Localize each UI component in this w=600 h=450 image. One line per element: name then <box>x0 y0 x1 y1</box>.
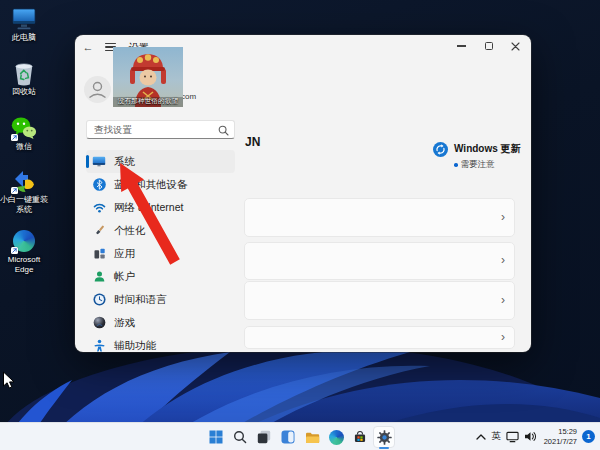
sidebar-item-label: 网络 & Internet <box>114 201 183 215</box>
bluetooth-icon <box>92 178 106 192</box>
minimize-button[interactable] <box>448 35 475 57</box>
windows-update-summary[interactable]: Windows 更新 需要注意 <box>433 142 521 171</box>
sidebar-item-bluetooth-devices[interactable]: 蓝牙和其他设备 <box>86 173 235 196</box>
tray-expand-button[interactable] <box>476 434 486 440</box>
account-email: com <box>181 92 196 101</box>
wechat-icon <box>11 115 37 141</box>
desktop-icon-edge[interactable]: Microsoft Edge <box>0 228 49 275</box>
sidebar-item-label: 蓝牙和其他设备 <box>114 178 188 192</box>
maximize-button[interactable] <box>475 35 502 57</box>
start-button[interactable] <box>205 426 227 448</box>
sidebar-item-label: 时间和语言 <box>114 293 167 307</box>
sidebar-item-label: 个性化 <box>114 224 146 238</box>
edge-icon <box>329 430 344 445</box>
notification-badge[interactable]: 1 <box>582 430 595 443</box>
settings-row[interactable]: › <box>244 198 515 237</box>
sidebar-item-personalization[interactable]: 个性化 <box>86 219 235 242</box>
taskbar-center <box>205 426 395 448</box>
chevron-right-icon: › <box>501 330 505 344</box>
shortcut-arrow-icon <box>11 247 18 254</box>
sidebar-item-time-language[interactable]: 时间和语言 <box>86 288 235 311</box>
apps-icon <box>92 247 106 261</box>
desktop-icon-label: 此电脑 <box>12 33 36 43</box>
gear-icon <box>377 430 392 445</box>
edge-icon <box>11 228 37 254</box>
ime-indicator[interactable]: 英 <box>491 430 501 443</box>
widgets-button[interactable] <box>277 426 299 448</box>
sidebar-item-label: 帐户 <box>114 270 135 284</box>
desktop-icon-label: 小白一键重装系统 <box>0 195 49 215</box>
accessibility-icon <box>92 339 106 353</box>
xiaobai-reinstall-icon <box>11 168 37 194</box>
sidebar-item-apps[interactable]: 应用 <box>86 242 235 265</box>
sidebar-item-label: 辅助功能 <box>114 339 156 353</box>
desktop-icon-xiaobai-reinstall[interactable]: 小白一键重装系统 <box>0 168 49 215</box>
meme-caption: 没有那种世俗的欲望 <box>113 97 183 106</box>
taskbar: 英 15:29 2021/7/27 1 <box>0 422 600 450</box>
xbox-icon <box>92 316 106 330</box>
widgets-icon <box>281 430 295 444</box>
sidebar-item-label: 游戏 <box>114 316 135 330</box>
settings-row[interactable]: › <box>244 281 515 320</box>
system-tray: 英 15:29 2021/7/27 1 <box>476 423 595 450</box>
desktop-icon-this-pc[interactable]: 此电脑 <box>0 6 49 43</box>
file-explorer-button[interactable] <box>301 426 323 448</box>
sidebar-item-label: 应用 <box>114 247 135 261</box>
status-dot <box>454 163 458 167</box>
clock[interactable]: 15:29 2021/7/27 <box>544 427 577 447</box>
back-button[interactable]: ← <box>79 38 97 56</box>
monitor-icon <box>506 431 519 443</box>
settings-button[interactable] <box>373 426 395 448</box>
desktop-icon-recycle-bin[interactable]: 回收站 <box>0 60 49 97</box>
close-button[interactable] <box>502 35 529 57</box>
shortcut-arrow-icon <box>11 134 18 141</box>
windows-update-icon <box>433 142 448 157</box>
chevron-up-icon <box>476 434 486 440</box>
sidebar-item-accounts[interactable]: 帐户 <box>86 265 235 288</box>
store-button[interactable] <box>349 426 371 448</box>
shortcut-arrow-icon <box>11 187 18 194</box>
chevron-right-icon: › <box>501 253 505 267</box>
wifi-icon <box>92 201 106 215</box>
account-person-icon <box>92 270 106 284</box>
search-input[interactable] <box>94 121 214 138</box>
avatar[interactable] <box>84 76 111 103</box>
settings-window: ← 设置 com <box>75 35 531 352</box>
date: 2021/7/27 <box>544 437 577 447</box>
close-icon <box>511 42 520 51</box>
avatar-photo-overlay: 没有那种世俗的欲望 <box>113 47 183 107</box>
sidebar-item-gaming[interactable]: 游戏 <box>86 311 235 334</box>
task-view-button[interactable] <box>253 426 275 448</box>
sidebar-item-system[interactable]: 系统 <box>86 150 235 173</box>
speaker-icon <box>524 431 537 442</box>
network-icon[interactable] <box>506 431 519 443</box>
minimize-icon <box>457 45 466 46</box>
device-name: JN <box>245 135 260 149</box>
paintbrush-icon <box>92 224 106 238</box>
volume-icon[interactable] <box>524 431 537 442</box>
search-icon <box>233 430 247 444</box>
desktop-icon-label: 回收站 <box>12 87 36 97</box>
search-button[interactable] <box>229 426 251 448</box>
settings-search[interactable] <box>86 120 235 139</box>
settings-row[interactable]: › <box>244 242 515 280</box>
desktop-icon-wechat[interactable]: 微信 <box>0 115 49 152</box>
system-icon <box>92 155 106 169</box>
sidebar-item-accessibility[interactable]: 辅助功能 <box>86 334 235 352</box>
sidebar-item-label: 系统 <box>114 155 135 169</box>
store-icon <box>353 430 367 444</box>
windows-update-status: 需要注意 <box>461 159 495 171</box>
time: 15:29 <box>558 427 577 437</box>
edge-button[interactable] <box>325 426 347 448</box>
settings-sidebar: 系统 蓝牙和其他设备 网络 & Internet 个性化 应用 帐户 <box>86 150 235 352</box>
this-pc-icon <box>11 6 37 32</box>
sidebar-item-network[interactable]: 网络 & Internet <box>86 196 235 219</box>
desktop-icon-label: Microsoft Edge <box>0 255 49 275</box>
clock-icon <box>92 293 106 307</box>
desktop: 此电脑 回收站 微信 小白一键重装系统 Microsoft Edge ← <box>0 0 600 450</box>
windows-update-title: Windows 更新 <box>454 142 521 156</box>
person-icon <box>84 76 111 103</box>
search-icon <box>218 125 229 136</box>
settings-row[interactable]: › <box>244 326 515 349</box>
desktop-icon-label: 微信 <box>16 142 32 152</box>
